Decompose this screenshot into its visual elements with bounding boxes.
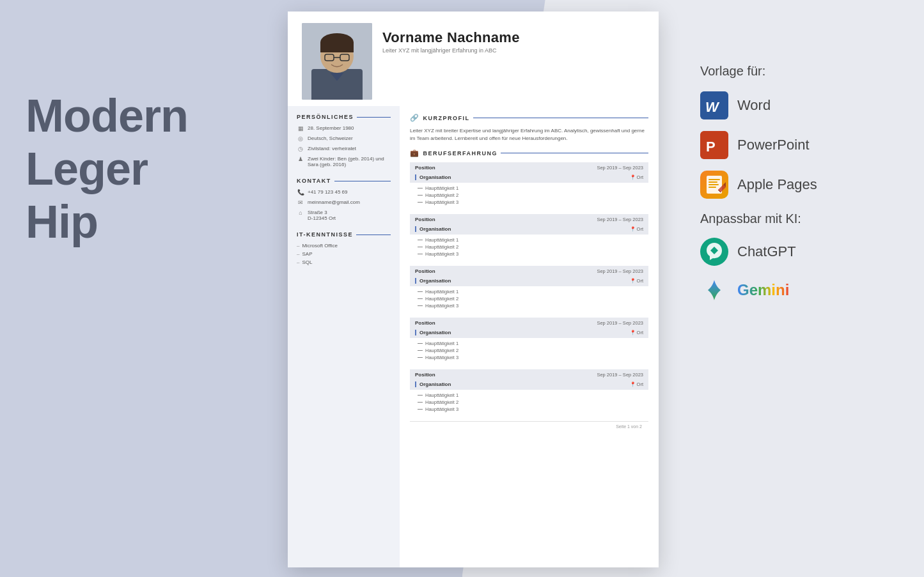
word-label: Word	[737, 97, 771, 114]
powerpoint-icon: P	[700, 131, 728, 159]
cv-sidebar: Persönliches ▦ 28. September 1980 ◎ Deut…	[288, 106, 400, 567]
job-entry-2: Position Sep 2019 – Sep 2023 Organisatio…	[410, 214, 648, 259]
cv-subtitle: Leiter XYZ mit langjähriger Erfahrung in…	[382, 47, 645, 54]
gemini-label: Gemini	[737, 281, 789, 299]
powerpoint-label: PowerPoint	[737, 137, 810, 153]
sidebar-email: ✉ meinname@gmail.com	[297, 199, 391, 206]
activity: Haupttätigkeit 2	[418, 399, 643, 405]
it-heading: IT-Kenntnisse	[297, 231, 391, 238]
ai-item-gemini: Gemini	[700, 276, 905, 304]
dash-icon: –	[297, 251, 299, 257]
activity: Haupttätigkeit 1	[418, 341, 643, 346]
app-item-word: W Word	[700, 91, 905, 119]
pin-icon: 📍	[630, 174, 636, 180]
globe-icon: ◎	[297, 135, 304, 142]
svg-rect-15	[709, 181, 717, 183]
job-entry-1: Position Sep 2019 – Sep 2023 Organisatio…	[410, 162, 648, 208]
svg-rect-14	[709, 179, 720, 180]
app-item-pages: Apple Pages	[700, 171, 905, 199]
chatgpt-icon	[700, 238, 728, 266]
skill-sap: – SAP	[297, 251, 391, 257]
svg-rect-4	[320, 42, 354, 52]
gemini-icon	[700, 276, 728, 304]
right-panel: Vorlage für: W Word P PowerPoint	[700, 51, 905, 314]
activity: Haupttätigkeit 2	[418, 244, 643, 250]
personal-heading: Persönliches	[297, 114, 391, 120]
phone-icon: 📞	[297, 189, 304, 196]
activity: Haupttätigkeit 3	[418, 251, 643, 257]
anpassbar-label: Anpassbar mit KI:	[700, 212, 905, 226]
activity: Haupttätigkeit 1	[418, 237, 643, 243]
cv-full-name: Vorname Nachname	[382, 29, 645, 46]
activity: Haupttätigkeit 3	[418, 355, 643, 360]
pin-icon: 📍	[630, 381, 636, 387]
activity: Haupttätigkeit 3	[418, 303, 643, 309]
pin-icon: 📍	[630, 330, 636, 335]
dash-icon: –	[297, 243, 299, 249]
pin-icon: 📍	[630, 278, 636, 284]
left-text-line2: Leger	[26, 143, 148, 194]
job-entry-5: Position Sep 2019 – Sep 2023 Organisatio…	[410, 369, 648, 415]
contact-heading: Kontakt	[297, 178, 391, 184]
page-number: Seite 1 von 2	[410, 421, 648, 431]
svg-rect-16	[709, 184, 719, 185]
activity: Haupttätigkeit 1	[418, 185, 643, 191]
profile-section-heading: 🔗 Kurzprofil	[410, 114, 648, 122]
left-text-block: Modern Leger Hip	[26, 89, 188, 248]
activity: Haupttätigkeit 3	[418, 406, 643, 412]
family-icon: ♟	[297, 156, 304, 162]
sidebar-civil-status: ◷ Zivilstand: verheiratet	[297, 146, 391, 152]
job-entry-4: Position Sep 2019 – Sep 2023 Organisatio…	[410, 318, 648, 363]
activity: Haupttätigkeit 1	[418, 289, 643, 295]
cv-preview-card: Vorname Nachname Leiter XYZ mit langjähr…	[288, 12, 659, 567]
left-text-line3: Hip	[26, 196, 98, 247]
sidebar-birthdate: ▦ 28. September 1980	[297, 125, 391, 132]
app-item-powerpoint: P PowerPoint	[700, 131, 905, 159]
activity: Haupttätigkeit 3	[418, 199, 643, 205]
pages-label: Apple Pages	[737, 176, 817, 193]
sidebar-nationality: ◎ Deutsch, Schweizer	[297, 135, 391, 142]
dash-icon: –	[297, 259, 299, 265]
cv-photo	[302, 23, 372, 100]
activity: Haupttätigkeit 2	[418, 192, 643, 198]
pin-icon: 📍	[630, 226, 636, 232]
activity: Haupttätigkeit 2	[418, 348, 643, 353]
link-icon: 🔗	[410, 114, 420, 122]
job-entry-3: Position Sep 2019 – Sep 2023 Organisatio…	[410, 266, 648, 311]
skill-sql: – SQL	[297, 259, 391, 265]
cv-main-content: 🔗 Kurzprofil Leiter XYZ mit breiter Expe…	[400, 106, 659, 567]
chatgpt-label: ChatGPT	[737, 243, 796, 260]
email-icon: ✉	[297, 199, 304, 206]
ai-item-chatgpt: ChatGPT	[700, 238, 905, 266]
word-icon: W	[700, 91, 728, 119]
activity: Haupttätigkeit 1	[418, 392, 643, 398]
calendar-icon: ▦	[297, 125, 304, 132]
skill-ms-office: – Microsoft Office	[297, 243, 391, 249]
cv-name-block: Vorname Nachname Leiter XYZ mit langjähr…	[382, 23, 645, 100]
profile-text: Leiter XYZ mit breiter Expertise und lan…	[410, 127, 648, 142]
sidebar-address: ⌂ Straße 3D-12345 Ort	[297, 210, 391, 221]
cv-top-section: Vorname Nachname Leiter XYZ mit langjähr…	[288, 12, 659, 106]
activity: Haupttätigkeit 2	[418, 296, 643, 302]
sidebar-children: ♟ Zwei Kinder: Ben (geb. 2014) und Sara …	[297, 156, 391, 167]
svg-rect-17	[709, 187, 716, 188]
vorlage-label: Vorlage für:	[700, 64, 905, 79]
home-icon: ⌂	[297, 210, 304, 216]
cv-body: Persönliches ▦ 28. September 1980 ◎ Deut…	[288, 106, 659, 567]
sidebar-phone: 📞 +41 79 123 45 69	[297, 189, 391, 196]
svg-text:P: P	[706, 139, 716, 155]
clock-icon: ◷	[297, 146, 304, 152]
svg-text:W: W	[705, 99, 720, 115]
experience-section-heading: 💼 Berufserfahrung	[410, 149, 648, 157]
briefcase-icon: 💼	[410, 149, 420, 157]
pages-icon	[700, 171, 728, 199]
left-text-line1: Modern	[26, 90, 188, 141]
